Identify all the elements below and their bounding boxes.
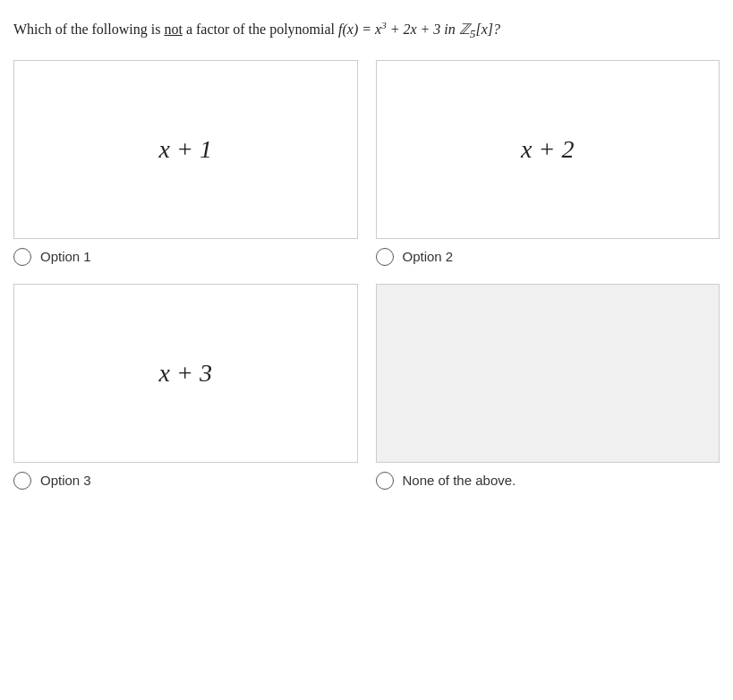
option-3-label-row: Option 3 [13,472,358,490]
question-text: Which of the following is not a factor o… [13,18,720,44]
option-box-2[interactable]: x + 2 [376,60,720,239]
options-grid: x + 1 Option 1 x + 2 Option 2 x + 3 Opti [13,60,720,490]
option-3-radio[interactable] [13,472,31,490]
option-1-radio[interactable] [13,248,31,266]
option-2-label: Option 2 [403,249,454,264]
option-box-4[interactable] [376,284,720,463]
option-2-radio[interactable] [376,248,394,266]
option-2-math: x + 2 [521,135,574,164]
polynomial-expression: f(x) = x3 + 2x + 3 in ℤ5[x]? [338,21,500,37]
option-3-math: x + 3 [159,359,212,388]
option-4-label-row: None of the above. [376,472,720,490]
option-1-math: x + 1 [159,135,212,164]
option-box-1[interactable]: x + 1 [13,60,358,239]
option-4-label: None of the above. [403,473,516,488]
option-1-label-row: Option 1 [13,248,358,266]
option-block-2: x + 2 Option 2 [376,60,720,266]
option-2-label-row: Option 2 [376,248,720,266]
option-block-1: x + 1 Option 1 [13,60,358,266]
option-box-3[interactable]: x + 3 [13,284,358,463]
option-4-radio[interactable] [376,472,394,490]
option-3-label: Option 3 [40,473,91,488]
not-underline: not [164,21,182,37]
option-block-3: x + 3 Option 3 [13,284,358,490]
option-1-label: Option 1 [40,249,91,264]
option-block-4: None of the above. [376,284,720,490]
